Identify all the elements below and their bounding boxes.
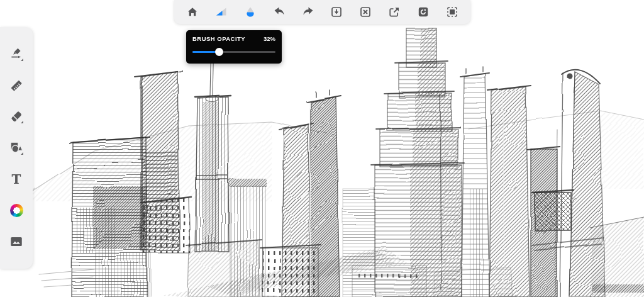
ruler-icon xyxy=(9,78,24,93)
save-button[interactable] xyxy=(326,3,347,21)
brush-size-button[interactable] xyxy=(211,3,232,21)
shapes-tool-button[interactable] xyxy=(6,138,27,158)
eraser-tool-button[interactable] xyxy=(6,106,27,126)
draw-tool-button[interactable] xyxy=(6,44,27,64)
skyline-sketch xyxy=(0,0,644,297)
slider-thumb[interactable] xyxy=(215,48,223,56)
color-tool-button[interactable] xyxy=(6,200,27,220)
app-window: T BRUSH OPACITY 32% xyxy=(0,0,644,297)
share-icon xyxy=(388,6,401,18)
home-icon xyxy=(186,6,199,18)
brush-opacity-popup: BRUSH OPACITY 32% xyxy=(186,30,282,64)
canvas-frame-icon xyxy=(446,6,458,18)
text-tool-button[interactable]: T xyxy=(6,169,27,189)
export-button[interactable] xyxy=(384,3,405,21)
brush-opacity-button[interactable] xyxy=(240,3,261,21)
eraser-icon xyxy=(9,109,24,124)
image-tool-button[interactable] xyxy=(6,232,27,252)
image-icon xyxy=(9,234,24,249)
home-button[interactable] xyxy=(182,3,203,21)
clear-canvas-button[interactable] xyxy=(355,3,376,21)
redo-button[interactable] xyxy=(297,3,319,21)
pencil-tool-icon xyxy=(9,47,24,62)
redo-icon xyxy=(302,6,314,18)
sketch-canvas[interactable] xyxy=(0,0,644,297)
brush-opacity-label: BRUSH OPACITY xyxy=(192,35,245,42)
top-toolbar xyxy=(174,0,470,24)
tool-sidebar: T xyxy=(0,27,33,269)
ruler-tool-button[interactable] xyxy=(6,76,27,96)
refresh-box-icon xyxy=(417,6,430,18)
brush-opacity-slider[interactable] xyxy=(192,48,275,56)
text-tool-icon: T xyxy=(12,173,21,186)
color-wheel-icon xyxy=(10,204,23,217)
download-box-icon xyxy=(330,6,343,18)
undo-icon xyxy=(273,6,286,18)
shapes-icon xyxy=(9,140,24,155)
brush-opacity-value: 32% xyxy=(264,35,275,42)
reset-button[interactable] xyxy=(413,3,434,21)
undo-button[interactable] xyxy=(269,3,290,21)
fit-canvas-button[interactable] xyxy=(441,3,463,21)
brush-size-icon xyxy=(215,6,228,18)
close-box-icon xyxy=(359,6,372,18)
brush-opacity-icon xyxy=(244,6,257,18)
